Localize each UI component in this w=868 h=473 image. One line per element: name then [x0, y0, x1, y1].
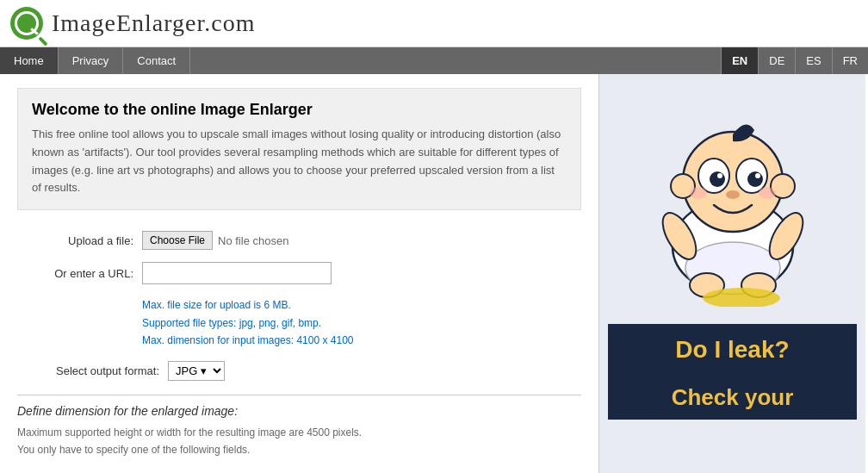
ad-title: Do I leak?	[617, 336, 848, 364]
language-bar: EN DE ES FR	[721, 47, 868, 74]
welcome-box: Welcome to the online Image Enlarger Thi…	[17, 88, 581, 210]
nav-privacy[interactable]: Privacy	[59, 47, 124, 74]
upload-label: Upload a file:	[17, 234, 142, 247]
content-area: Welcome to the online Image Enlarger Thi…	[0, 74, 598, 473]
lang-fr[interactable]: FR	[832, 47, 868, 74]
upload-form: Upload a file: Choose File No file chose…	[17, 227, 581, 462]
ad-subtitle: Check your	[608, 376, 857, 420]
svg-point-7	[710, 171, 725, 187]
url-input[interactable]	[142, 262, 332, 284]
svg-point-18	[759, 187, 776, 199]
dimension-desc2: You only have to specify one of the foll…	[17, 442, 581, 458]
format-select[interactable]: JPG ▾ PNG GIF BMP	[168, 361, 225, 381]
baby-illustration	[612, 83, 853, 324]
info-line3: Max. dimension for input images: 4100 x …	[142, 332, 581, 349]
svg-point-10	[755, 173, 760, 178]
dimension-title: Define dimension for the enlarged image:	[17, 404, 581, 418]
logo-icon	[10, 7, 43, 40]
ad-bottom-text: Do I leak?	[608, 324, 857, 376]
lang-es[interactable]: ES	[795, 47, 831, 74]
svg-point-9	[717, 173, 722, 178]
site-title: ImageEnlarger.com	[52, 9, 256, 37]
section-divider	[17, 395, 581, 395]
lang-en[interactable]: EN	[721, 47, 758, 74]
sidebar-ad: Do I leak? Check your	[598, 74, 865, 473]
lang-de[interactable]: DE	[758, 47, 795, 74]
format-row: Select output format: JPG ▾ PNG GIF BMP	[17, 361, 581, 381]
info-text: Max. file size for upload is 6 MB. Suppo…	[142, 296, 581, 349]
main-nav: Home Privacy Contact EN DE ES FR	[0, 47, 868, 74]
svg-point-17	[690, 187, 707, 199]
choose-file-button[interactable]: Choose File	[142, 231, 213, 250]
welcome-title: Welcome to the online Image Enlarger	[32, 101, 567, 119]
baby-svg	[621, 100, 845, 307]
url-label: Or enter a URL:	[17, 267, 142, 280]
dimension-desc1: Maximum supported height or width for th…	[17, 425, 581, 441]
info-line1: Max. file size for upload is 6 MB.	[142, 296, 581, 314]
nav-home[interactable]: Home	[0, 47, 59, 74]
svg-point-8	[747, 171, 763, 187]
welcome-description: This free online tool allows you to upsc…	[32, 126, 567, 197]
no-file-text: No file chosen	[218, 234, 288, 247]
info-line2: Supported file types: jpg, png, gif, bmp…	[142, 314, 581, 332]
upload-row: Upload a file: Choose File No file chose…	[17, 231, 581, 250]
svg-point-11	[726, 190, 740, 199]
main-area: Welcome to the online Image Enlarger Thi…	[0, 74, 868, 473]
nav-contact[interactable]: Contact	[123, 47, 190, 74]
url-row: Or enter a URL:	[17, 262, 581, 284]
format-label: Select output format:	[17, 364, 168, 377]
svg-point-2	[683, 132, 783, 232]
site-header: ImageEnlarger.com	[0, 0, 868, 47]
